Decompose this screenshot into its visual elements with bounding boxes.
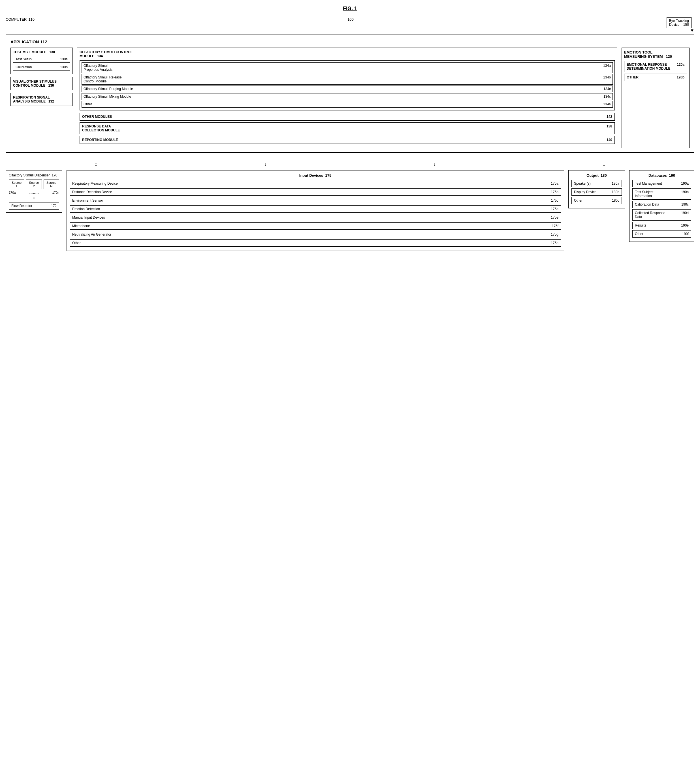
- input-item-4: Manual Input Devices 175e: [70, 214, 561, 221]
- top-labels: COMPUTER 110 100 Eye-TrackingDevice 150 …: [6, 17, 694, 33]
- db-item-4: Results 190e: [632, 222, 691, 229]
- db-item-0: Test Management 190a: [632, 180, 691, 187]
- calibration-item: Calibration 130b: [13, 64, 70, 71]
- source-n: SourceN: [44, 180, 59, 189]
- db-item-5: Other 190f: [632, 230, 691, 237]
- source-label-row: 170a ............ 170n: [9, 191, 59, 194]
- output-item-2: Other 180c: [572, 197, 622, 204]
- input-item-2: Environment Sensor 175c: [70, 197, 561, 204]
- eye-tracking-area: Eye-TrackingDevice 150 ▼: [667, 17, 694, 33]
- flow-detector: Flow Detector 172: [9, 202, 59, 210]
- olfactory-inner: Olfactory StimuliProperties Analysis 134…: [79, 60, 615, 111]
- output-item-0: Speaker(s) 180a: [572, 180, 622, 187]
- app-inner: TEST MGT. MODULE 130 Test Setup 130a Cal…: [11, 47, 689, 148]
- input-devices-box: Input Devices 175 Respiratory Measuring …: [67, 170, 564, 251]
- db-item-1: Test SubjectInformation 190b: [632, 188, 691, 199]
- olfactory-title: OLFACTORY STIMULI CONTROLMODULE 134: [79, 50, 615, 58]
- olfactory-item-3: Olfactory Stimuli Mixing Module 134c: [82, 93, 613, 100]
- output-box: Output 180 Speaker(s) 180a Display Devic…: [569, 170, 625, 209]
- reporting-item: REPORTING MODULE 140: [79, 136, 615, 144]
- app-num-label: 100: [347, 17, 354, 33]
- visual-module: VISUAL/OTHER STIMULUSCONTROL MODULE 136: [11, 77, 73, 90]
- databases-title: Databases 190: [632, 173, 691, 177]
- input-item-1: Distance Detection Device 175b: [70, 188, 561, 196]
- output-title: Output 180: [572, 173, 622, 177]
- emotion-title: EMOTION TOOLMEASURING SYSTEM 120: [624, 50, 687, 59]
- page-title: FIG. 1: [6, 6, 694, 12]
- source-1: Source1: [9, 180, 24, 189]
- arrow-2: ↓: [264, 161, 267, 167]
- computer-label: COMPUTER 110: [6, 17, 35, 33]
- eye-tracking-box: Eye-TrackingDevice 150: [667, 17, 692, 28]
- respiration-module: RESPIRATION SIGNALANALYSIS MODULE 132: [11, 93, 73, 106]
- olfactory-item-4: Other 134e: [82, 101, 613, 108]
- sources-row: Source1 Source2 SourceN: [9, 180, 59, 189]
- left-column: TEST MGT. MODULE 130 Test Setup 130a Cal…: [11, 47, 73, 148]
- input-item-3: Emotion Detection 175d: [70, 205, 561, 213]
- source-2: Source2: [26, 180, 42, 189]
- dispenser-arrow: ↕: [9, 195, 59, 200]
- application-box: APPLICATION 112 TEST MGT. MODULE 130 Tes…: [6, 35, 694, 153]
- olfactory-item-2: Olfactory Stimuli Purging Module 134c: [82, 85, 613, 92]
- arrow-1: ↕: [95, 161, 97, 167]
- output-item-1: Display Device 180b: [572, 188, 622, 196]
- test-mgt-module: TEST MGT. MODULE 130 Test Setup 130a Cal…: [11, 47, 73, 74]
- arrow-row: ↕ ↓ ↓ ↓: [6, 161, 694, 167]
- db-item-3: Collected ResponseData 190d: [632, 209, 691, 221]
- arrow-4: ↓: [603, 161, 605, 167]
- db-item-2: Calibration Data 190c: [632, 201, 691, 208]
- input-item-5: Microphone 175f: [70, 222, 561, 229]
- test-setup-item: Test Setup 130a: [13, 56, 70, 63]
- computer-text: COMPUTER: [6, 17, 27, 22]
- app-num: 100: [347, 17, 354, 22]
- emotion-sub-1: OTHER 120b: [624, 74, 687, 81]
- emotion-column: EMOTION TOOLMEASURING SYSTEM 120 EMOTION…: [622, 47, 689, 148]
- application-label: APPLICATION 112: [11, 40, 689, 44]
- databases-box: Databases 190 Test Management 190a Test …: [629, 170, 694, 242]
- input-item-6: Neutralizing Air Generator 175g: [70, 231, 561, 238]
- dispenser-box: Olfactory Stimuli Dispenser 170 Source1 …: [6, 170, 62, 213]
- eye-tracking-arrow: ▼: [690, 28, 694, 33]
- bottom-row: Olfactory Stimuli Dispenser 170 Source1 …: [6, 170, 694, 251]
- olfactory-item-1: Olfactory Stimuli ReleaseControl Module …: [82, 74, 613, 85]
- emotion-sub-0: EMOTIONAL RESPONSEDETERMINATION MODULE 1…: [624, 61, 687, 72]
- response-data-item: RESPONSE DATACOLLECTION MODULE 138: [79, 122, 615, 134]
- mid-column: OLFACTORY STIMULI CONTROLMODULE 134 Olfa…: [77, 47, 617, 148]
- input-devices-title: Input Devices 175: [70, 173, 561, 177]
- computer-num: 110: [29, 17, 35, 22]
- other-modules-item: OTHER MODULES 142: [79, 113, 615, 120]
- olfactory-item-0: Olfactory StimuliProperties Analysis 134…: [82, 62, 613, 73]
- dispenser-title: Olfactory Stimuli Dispenser 170: [9, 173, 59, 177]
- arrow-3: ↓: [434, 161, 436, 167]
- input-item-7: Other 175h: [70, 239, 561, 247]
- input-item-0: Respiratory Measuring Device 175a: [70, 180, 561, 187]
- test-mgt-title: TEST MGT. MODULE 130: [13, 50, 70, 54]
